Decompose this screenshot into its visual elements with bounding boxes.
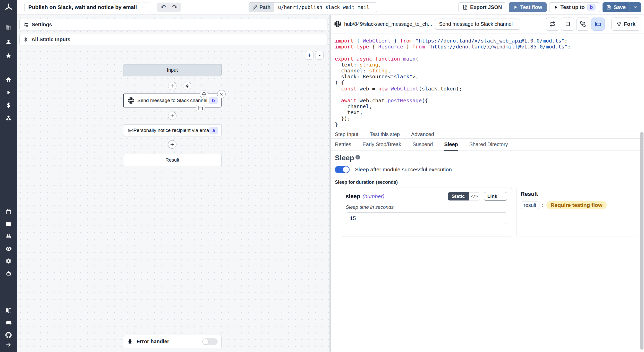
- add-step-button[interactable]: [168, 82, 176, 90]
- sleep-bed-icon-button[interactable]: [591, 18, 605, 31]
- star-icon[interactable]: [3, 51, 14, 61]
- early-stop-square-icon-button[interactable]: [561, 18, 574, 31]
- retries-repeat-icon-button[interactable]: [546, 18, 559, 31]
- save-button-group: Save: [603, 2, 641, 12]
- user-icon[interactable]: [3, 37, 14, 47]
- collapse-arrow-right-icon[interactable]: [3, 340, 14, 350]
- test-up-to-button[interactable]: Test up to b: [549, 2, 600, 12]
- folders-icon[interactable]: [3, 219, 14, 229]
- all-static-inputs-button[interactable]: All Static Inputs: [19, 34, 327, 45]
- code-line: text,: [335, 110, 644, 115]
- tab-retries[interactable]: Retries: [335, 139, 351, 151]
- result-colon: :: [542, 202, 544, 208]
- tab-suspend[interactable]: Suspend: [412, 139, 433, 151]
- tab-shared-directory[interactable]: Shared Directory: [469, 139, 508, 151]
- topbar-actions: Export JSON Test flow Test up to b Save: [458, 2, 641, 12]
- resources-boxes-icon[interactable]: [3, 113, 14, 123]
- tab-sleep[interactable]: Sleep: [444, 139, 458, 151]
- undo-button[interactable]: ↶: [158, 3, 169, 11]
- sliders-icon: [23, 22, 29, 27]
- code-mode-button[interactable]: </>: [469, 192, 480, 200]
- sleep-field-card: sleep (number) Static </> Link → Sleep t…: [341, 188, 512, 237]
- save-floppy-icon: [606, 5, 611, 10]
- docs-book-icon[interactable]: [3, 305, 14, 315]
- test-flow-label: Test flow: [520, 4, 542, 10]
- tab-test-this-step[interactable]: Test this step: [370, 130, 400, 138]
- play-icon: [513, 5, 518, 10]
- delete-step-button[interactable]: [217, 90, 226, 98]
- suspend-phone-incoming-icon-button[interactable]: [576, 18, 589, 31]
- test-up-to-label: Test up to: [561, 4, 585, 10]
- export-json-label: Export JSON: [470, 4, 502, 10]
- result-divider: [516, 188, 516, 237]
- tab-advanced[interactable]: Advanced: [411, 130, 434, 138]
- step-name-input[interactable]: [435, 19, 520, 30]
- error-handler-toggle[interactable]: [202, 338, 218, 345]
- result-key-pill: result: [521, 202, 539, 209]
- result-value-badge[interactable]: Require testing flow: [546, 201, 607, 209]
- fork-button[interactable]: Fork: [611, 18, 640, 31]
- export-json-button[interactable]: Export JSON: [458, 2, 506, 12]
- link-button[interactable]: Link →: [484, 192, 507, 201]
- save-dropdown-button[interactable]: [630, 2, 641, 12]
- code-editor[interactable]: import { WebClient } from "https://deno.…: [331, 33, 644, 130]
- step-detail-panel: hub/849/slack/send_message_to_ch... Fork…: [331, 15, 644, 352]
- step-header: hub/849/slack/send_message_to_ch... Fork: [331, 15, 644, 33]
- path-input[interactable]: [274, 2, 377, 12]
- variables-dollar-icon[interactable]: [3, 100, 14, 111]
- flow-title-input[interactable]: [24, 3, 151, 12]
- info-icon[interactable]: i: [355, 155, 360, 160]
- discord-icon[interactable]: [3, 317, 14, 328]
- undo-redo-group: ↶ ↷: [157, 3, 181, 12]
- add-step-button[interactable]: [168, 140, 176, 149]
- hub-script-path[interactable]: hub/849/slack/send_message_to_ch...: [344, 21, 432, 27]
- step-tabs-primary: Step InputTest this stepAdvanced: [331, 130, 644, 139]
- path-edit-button[interactable]: Path: [249, 2, 274, 12]
- step-header-actions: [546, 18, 605, 31]
- audit-eye-icon[interactable]: [3, 244, 14, 254]
- flow-node-input-label: Input: [167, 67, 178, 73]
- flow-node-result-label: Result: [165, 157, 179, 163]
- error-handler-label: Error handler: [137, 339, 169, 345]
- code-line: channel: string,: [335, 68, 644, 74]
- workers-users-gear-icon[interactable]: [3, 231, 14, 241]
- gmail-icon: [128, 127, 134, 134]
- flow-node-email-step[interactable]: Personally notice recipient via email a: [123, 124, 222, 136]
- static-mode-button[interactable]: Static: [448, 192, 469, 200]
- settings-gear-icon[interactable]: [3, 256, 14, 266]
- fork-label: Fork: [624, 21, 635, 27]
- zoom-out-button[interactable]: -: [316, 51, 324, 60]
- error-handler-node[interactable]: Error handler: [123, 335, 222, 348]
- code-line: import type { Resource } from "https://d…: [335, 44, 644, 50]
- save-button[interactable]: Save: [603, 2, 630, 12]
- flow-node-result[interactable]: Result: [123, 154, 222, 166]
- sleep-duration-label: Sleep for duration (seconds): [335, 180, 637, 185]
- result-pane: Result result : Require testing flow: [520, 188, 637, 237]
- move-step-button[interactable]: [200, 90, 208, 98]
- sleep-bed-icon[interactable]: [196, 105, 205, 111]
- flow-settings-button[interactable]: Settings: [19, 19, 327, 30]
- all-static-inputs-label: All Static Inputs: [31, 37, 70, 43]
- test-flow-button[interactable]: Test flow: [509, 2, 546, 12]
- trigger-bolt-button[interactable]: [183, 82, 191, 90]
- redo-button[interactable]: ↷: [169, 3, 180, 11]
- flow-canvas[interactable]: Settings All Static Inputs + - Input Sen…: [17, 15, 329, 352]
- windmill-logo-icon[interactable]: [0, 2, 17, 13]
- zoom-in-button[interactable]: +: [305, 51, 313, 60]
- sleep-toggle[interactable]: [335, 166, 350, 173]
- vertical-scrollbar[interactable]: [640, 132, 643, 350]
- add-step-button[interactable]: [168, 112, 176, 120]
- tab-early-stop-break[interactable]: Early Stop/Break: [362, 139, 401, 151]
- sleep-field-description: Sleep time in seconds: [346, 204, 507, 210]
- tab-step-input[interactable]: Step Input: [335, 130, 358, 138]
- sleep-seconds-input[interactable]: [346, 212, 507, 224]
- workspace-icon[interactable]: [3, 23, 14, 33]
- panel-splitter[interactable]: [329, 15, 331, 352]
- runs-play-icon[interactable]: [3, 87, 14, 98]
- input-mode-segmented-control: Static </>: [448, 192, 480, 200]
- ai-robot-icon[interactable]: [3, 268, 14, 279]
- code-line: export async function main(: [335, 56, 644, 62]
- schedules-calendar-icon[interactable]: [3, 206, 14, 217]
- flow-node-input[interactable]: Input: [123, 64, 222, 76]
- home-icon[interactable]: [3, 74, 14, 85]
